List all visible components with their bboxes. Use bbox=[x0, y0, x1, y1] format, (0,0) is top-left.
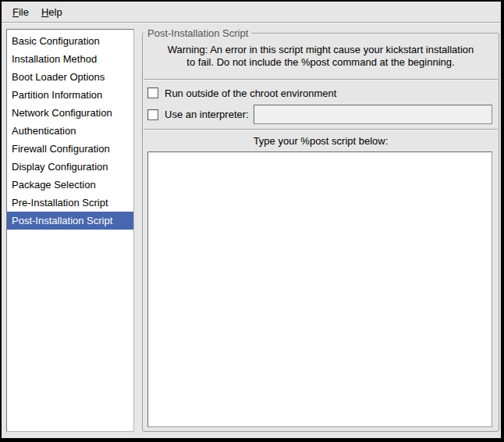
sidebar-item-display-configuration[interactable]: Display Configuration bbox=[7, 158, 133, 176]
post-installation-script-frame: Post-Installation Script Warning: An err… bbox=[142, 33, 499, 432]
post-script-textarea[interactable] bbox=[147, 151, 492, 427]
run-outside-chroot-checkbox[interactable] bbox=[147, 87, 158, 98]
menu-file-label: ile bbox=[19, 6, 29, 18]
menubar: File Help bbox=[2, 2, 501, 23]
sidebar-item-boot-loader-options[interactable]: Boot Loader Options bbox=[7, 68, 133, 86]
use-interpreter-checkbox[interactable] bbox=[147, 109, 158, 120]
warning-text: Warning: An error in this script might c… bbox=[143, 44, 499, 69]
run-outside-chroot-label: Run outside of the chroot environment bbox=[165, 87, 336, 99]
script-area-label: Type your %post script below: bbox=[143, 135, 499, 147]
sidebar-item-network-configuration[interactable]: Network Configuration bbox=[7, 104, 133, 122]
section-list: Basic Configuration Installation Method … bbox=[6, 29, 134, 432]
warning-line-1: Warning: An error in this script might c… bbox=[143, 44, 499, 56]
kickstart-configurator-window: File Help Basic Configuration Installati… bbox=[0, 0, 504, 442]
sidebar-item-authentication[interactable]: Authentication bbox=[7, 122, 133, 140]
frame-title: Post-Installation Script bbox=[144, 27, 251, 39]
sidebar-item-package-selection[interactable]: Package Selection bbox=[7, 176, 133, 194]
sidebar-item-firewall-configuration[interactable]: Firewall Configuration bbox=[7, 140, 133, 158]
sidebar-item-pre-installation-script[interactable]: Pre-Installation Script bbox=[7, 194, 133, 212]
sidebar-item-installation-method[interactable]: Installation Method bbox=[7, 50, 133, 68]
interpreter-option-row: Use an interpreter: bbox=[147, 104, 492, 125]
sidebar-item-post-installation-script[interactable]: Post-Installation Script bbox=[7, 212, 133, 230]
menu-file[interactable]: File bbox=[6, 4, 35, 20]
sidebar-item-partition-information[interactable]: Partition Information bbox=[7, 86, 133, 104]
use-interpreter-label: Use an interpreter: bbox=[165, 109, 249, 120]
menu-file-accel: F bbox=[12, 6, 19, 18]
menu-help[interactable]: Help bbox=[35, 4, 69, 20]
interpreter-input[interactable] bbox=[254, 105, 492, 124]
menu-help-accel: H bbox=[41, 6, 48, 18]
chroot-option-row: Run outside of the chroot environment bbox=[147, 84, 492, 102]
separator bbox=[144, 79, 498, 80]
menu-help-label: elp bbox=[48, 6, 62, 18]
separator bbox=[144, 129, 498, 130]
warning-line-2: to fail. Do not include the %post comman… bbox=[143, 56, 499, 69]
sidebar-item-basic-configuration[interactable]: Basic Configuration bbox=[7, 32, 133, 50]
